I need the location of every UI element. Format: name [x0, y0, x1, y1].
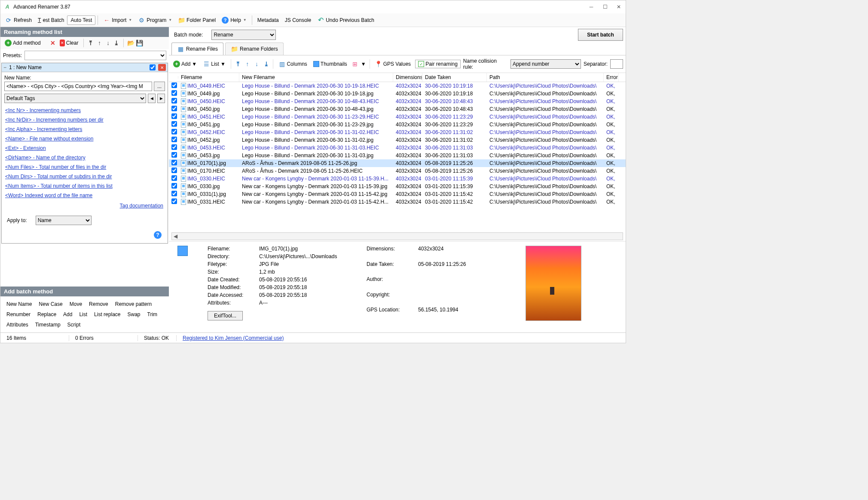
row-checkbox[interactable] — [171, 129, 177, 134]
tag-link[interactable]: <Inc Nr> - Incrementing numbers — [4, 106, 165, 115]
grid-row[interactable]: IMG_0170.HEICARoS - Århus - Denmark 2019… — [169, 167, 626, 175]
col-dimensions[interactable]: Dimensions — [393, 73, 422, 82]
tag-documentation-link[interactable]: Tag documentation — [120, 203, 163, 209]
help-button[interactable]: ?Help▼ — [219, 15, 250, 25]
grid-row[interactable]: IMG_0453.jpgLego House - Billund - Denma… — [169, 152, 626, 159]
tag-link[interactable]: <Num Dirs> - Total number of subdirs in … — [4, 172, 165, 181]
move-bottom-icon[interactable]: ⤓ — [263, 61, 270, 67]
grid-row[interactable]: IMG_0452.jpgLego House - Billund - Denma… — [169, 136, 626, 144]
row-checkbox[interactable] — [171, 106, 177, 111]
row-checkbox[interactable] — [171, 198, 177, 204]
batch-method-replace[interactable]: Replace — [34, 309, 60, 320]
delete-method-icon[interactable]: ✕ — [49, 40, 56, 46]
move-top-icon[interactable]: ⤒ — [87, 40, 94, 46]
batch-method-list-replace[interactable]: List replace — [91, 309, 124, 320]
grid-view-icon[interactable]: ⊞ — [351, 61, 358, 67]
grid-row[interactable]: IMG_0330.HEICNew car - Kongens Lyngby - … — [169, 175, 626, 183]
collapse-icon[interactable]: − — [3, 64, 6, 70]
col-filename[interactable]: Filename — [178, 73, 239, 82]
metadata-button[interactable]: Metadata — [254, 16, 282, 24]
import-button[interactable]: ←Import▼ — [100, 15, 135, 25]
batch-method-timestamp[interactable]: Timestamp — [32, 320, 64, 330]
maximize-button[interactable]: ☐ — [602, 3, 608, 10]
col-date-taken[interactable]: Date Taken — [422, 73, 487, 82]
row-checkbox[interactable] — [171, 152, 177, 158]
collision-rule-select[interactable]: Append number — [510, 59, 581, 69]
js-console-button[interactable]: JS Console — [282, 16, 314, 24]
grid-row[interactable]: IMG_0451.HEICLego House - Billund - Denm… — [169, 113, 626, 121]
gps-values-button[interactable]: 📍GPS Values — [373, 60, 413, 68]
row-checkbox[interactable] — [171, 113, 177, 119]
move-top-icon[interactable]: ⤒ — [235, 61, 241, 67]
new-name-input[interactable] — [4, 82, 152, 91]
batch-method-new-case[interactable]: New Case — [35, 299, 66, 309]
tag-link[interactable]: <Num Files> - Total number of files in t… — [4, 162, 165, 172]
row-checkbox[interactable] — [171, 160, 177, 165]
grid-row[interactable]: IMG_0451.jpgLego House - Billund - Denma… — [169, 121, 626, 128]
grid-row[interactable]: IMG_0449.HEICLego House - Billund - Denm… — [169, 82, 626, 90]
row-checkbox[interactable] — [171, 121, 177, 127]
col-error[interactable]: Error — [604, 73, 619, 82]
batch-method-trim[interactable]: Trim — [144, 309, 161, 320]
row-checkbox[interactable] — [171, 175, 177, 181]
tags-next-button[interactable]: ▶ — [157, 94, 165, 103]
grid-row[interactable]: IMG_0452.HEICLego House - Billund - Denm… — [169, 128, 626, 136]
folder-panel-button[interactable]: 📁Folder Panel — [175, 15, 219, 25]
batch-mode-select[interactable]: Rename — [211, 30, 276, 40]
test-batch-button[interactable]: Test Batch — [35, 16, 67, 24]
tag-link[interactable]: <Inc Alpha> - Incrementing letters — [4, 125, 165, 134]
move-up-icon[interactable]: ↑ — [244, 61, 251, 67]
col-path[interactable]: Path — [487, 73, 604, 82]
exiftool-button[interactable]: ExifTool... — [208, 311, 243, 320]
batch-method-remove-pattern[interactable]: Remove pattern — [112, 299, 155, 309]
row-checkbox[interactable] — [171, 137, 177, 142]
tab-rename-files[interactable]: ▦Rename Files — [171, 43, 223, 55]
row-checkbox[interactable] — [171, 168, 177, 173]
tag-link[interactable]: <Word> Indexed word of the file name — [4, 191, 165, 200]
batch-method-add[interactable]: Add — [60, 309, 76, 320]
thumbnails-button[interactable]: Thumbnails — [312, 60, 349, 68]
row-checkbox[interactable] — [171, 144, 177, 150]
batch-method-remove[interactable]: Remove — [86, 299, 112, 309]
grid-row[interactable]: IMG_0453.HEICLego House - Billund - Denm… — [169, 144, 626, 152]
grid-row[interactable]: IMG_0449.jpgLego House - Billund - Denma… — [169, 90, 626, 98]
method-help-icon[interactable]: ? — [154, 231, 162, 239]
grid-row[interactable]: IMG_0331(1).jpgNew car - Kongens Lyngby … — [169, 190, 626, 198]
add-method-button[interactable]: +Add method — [3, 39, 43, 47]
tag-link[interactable]: <Ext> - Extension — [4, 143, 165, 153]
undo-batch-button[interactable]: ↶Undo Previous Batch — [314, 15, 377, 25]
open-folder-icon[interactable]: 📂 — [127, 40, 134, 46]
row-checkbox[interactable] — [171, 82, 177, 88]
batch-method-move[interactable]: Move — [66, 299, 86, 309]
new-name-more-button[interactable]: ... — [154, 82, 165, 91]
batch-method-list[interactable]: List — [76, 309, 91, 320]
apply-to-select[interactable]: Name — [36, 216, 92, 225]
batch-method-new-name[interactable]: New Name — [3, 299, 35, 309]
tag-link[interactable]: <DirName> - Name of the directory — [4, 153, 165, 162]
minimize-button[interactable]: ─ — [588, 3, 595, 10]
clear-methods-button[interactable]: ✕Clear — [58, 39, 80, 47]
row-checkbox[interactable] — [171, 98, 177, 104]
batch-method-renumber[interactable]: Renumber — [3, 309, 34, 320]
row-checkbox[interactable] — [171, 90, 177, 96]
save-icon[interactable]: 💾 — [136, 40, 143, 46]
grid-row[interactable]: IMG_0330.jpgNew car - Kongens Lyngby - D… — [169, 183, 626, 190]
tag-link[interactable]: <Num Items> - Total number of items in t… — [4, 181, 165, 191]
move-up-icon[interactable]: ↑ — [96, 40, 103, 46]
move-bottom-icon[interactable]: ⤓ — [113, 40, 120, 46]
method-enable-checkbox[interactable] — [150, 64, 156, 70]
tab-rename-folders[interactable]: 📁Rename Folders — [225, 43, 284, 55]
auto-test-button[interactable]: Auto Test — [67, 15, 95, 25]
move-down-icon[interactable]: ↓ — [254, 61, 260, 67]
tag-link[interactable]: <Name> - File name without extension — [4, 134, 165, 143]
row-checkbox[interactable] — [171, 191, 177, 196]
batch-method-script[interactable]: Script — [64, 320, 84, 330]
refresh-button[interactable]: ⟳Refresh — [2, 15, 35, 25]
separator-input[interactable] — [610, 59, 623, 69]
batch-method-attributes[interactable]: Attributes — [3, 320, 32, 330]
start-batch-button[interactable]: Start batch — [578, 29, 623, 41]
horizontal-scrollbar[interactable]: ◀ — [171, 232, 623, 240]
grid-row[interactable]: IMG_0170(1).jpgARoS - Århus - Denmark 20… — [169, 159, 626, 167]
grid-row[interactable]: IMG_0450.HEICLego House - Billund - Denm… — [169, 98, 626, 105]
col-new-filename[interactable]: New Filename — [239, 73, 393, 82]
